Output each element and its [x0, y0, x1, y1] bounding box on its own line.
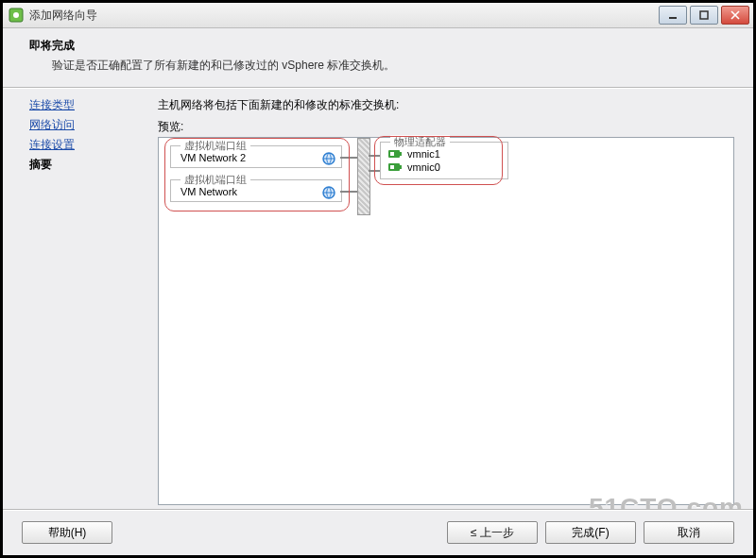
physical-adapter-box: 物理适配器 vmnic1 vmnic0	[380, 142, 508, 179]
wizard-steps-sidebar: 连接类型 网络访问 连接设置 摘要	[3, 88, 154, 501]
svg-rect-13	[400, 165, 402, 169]
physical-adapter-name: vmnic0	[407, 161, 440, 173]
window-title: 添加网络向导	[29, 8, 659, 24]
network-preview: 虚拟机端口组 VM Network 2 虚拟机端口组 VM Network	[158, 137, 734, 505]
physical-adapter-row: vmnic0	[388, 161, 502, 173]
svg-rect-3	[700, 11, 708, 19]
sidebar-item-connection-type[interactable]: 连接类型	[29, 97, 148, 113]
sidebar-item-network-access[interactable]: 网络访问	[29, 117, 148, 133]
cancel-button[interactable]: 取消	[644, 521, 734, 544]
svg-rect-12	[390, 165, 394, 169]
port-group-box: 虚拟机端口组 VM Network 2	[170, 145, 342, 168]
port-group-caption: 虚拟机端口组	[180, 139, 250, 153]
wizard-step-title: 即将完成	[29, 38, 730, 54]
port-group-box: 虚拟机端口组 VM Network	[170, 179, 342, 202]
connector-line	[340, 157, 357, 159]
nic-icon	[388, 161, 402, 173]
maximize-button[interactable]	[690, 6, 718, 25]
app-icon	[9, 8, 24, 23]
port-group-caption: 虚拟机端口组	[180, 173, 250, 187]
svg-rect-9	[390, 152, 394, 156]
sidebar-item-connection-settings[interactable]: 连接设置	[29, 137, 148, 153]
physical-adapter-caption: 物理适配器	[390, 135, 450, 149]
close-button[interactable]	[721, 6, 749, 25]
sidebar-item-summary: 摘要	[29, 157, 148, 173]
summary-description: 主机网络将包括下面新建的和修改的标准交换机:	[158, 97, 734, 113]
vswitch-bar	[357, 138, 370, 215]
network-globe-icon	[322, 152, 335, 165]
svg-point-1	[13, 12, 19, 18]
physical-adapter-name: vmnic1	[407, 148, 440, 160]
svg-rect-10	[400, 152, 402, 156]
physical-adapter-row: vmnic1	[388, 148, 502, 160]
back-button[interactable]: ≤ 上一步	[447, 521, 538, 544]
titlebar: 添加网络向导	[3, 3, 753, 28]
finish-button[interactable]: 完成(F)	[545, 521, 636, 544]
window-buttons	[659, 6, 749, 25]
wizard-step-subtitle: 验证是否正确配置了所有新建的和已修改过的 vSphere 标准交换机。	[52, 58, 730, 74]
help-button[interactable]: 帮助(H)	[22, 521, 112, 544]
network-globe-icon	[322, 186, 335, 199]
preview-label: 预览:	[158, 119, 734, 135]
wizard-header: 即将完成 验证是否正确配置了所有新建的和已修改过的 vSphere 标准交换机。	[3, 28, 753, 87]
wizard-footer: 帮助(H) ≤ 上一步 完成(F) 取消	[3, 509, 753, 555]
wizard-main: 主机网络将包括下面新建的和修改的标准交换机: 预览: 虚拟机端口组 VM Net…	[154, 88, 753, 501]
connector-line	[369, 155, 380, 157]
connector-line	[340, 191, 357, 193]
connector-line	[369, 170, 380, 172]
wizard-window: 添加网络向导 即将完成 验证是否正确配置了所有新建的和已修改过的 vSphere…	[0, 0, 756, 558]
nic-icon	[388, 148, 402, 160]
wizard-body: 连接类型 网络访问 连接设置 摘要 主机网络将包括下面新建的和修改的标准交换机:…	[3, 88, 753, 501]
minimize-button[interactable]	[659, 6, 687, 25]
